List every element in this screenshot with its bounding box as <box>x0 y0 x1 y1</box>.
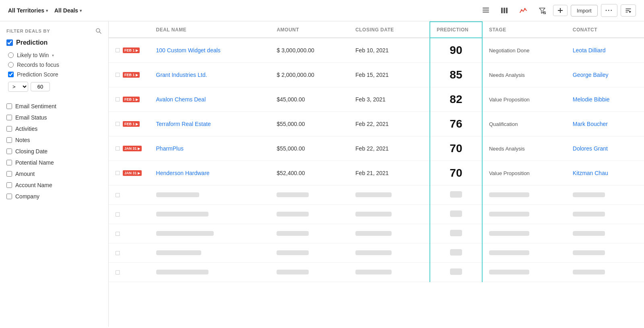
stage-cell: Value Proposition <box>482 161 566 186</box>
svg-line-8 <box>544 12 545 14</box>
amount-item[interactable]: Amount <box>6 168 102 179</box>
prediction-score-label: Prediction Score <box>17 71 58 78</box>
contact-cell: Kitzman Chau <box>566 161 644 186</box>
deal-name-cell: Terraform Real Estate <box>150 112 270 136</box>
skeleton-name <box>150 243 270 263</box>
contact-link[interactable]: Mark Boucher <box>573 121 608 127</box>
prediction-score-checkbox[interactable] <box>8 72 14 77</box>
skeleton-stage <box>482 263 566 282</box>
flag-badge: FEB 1 <box>123 47 140 53</box>
more-options-button[interactable]: ··· <box>601 4 617 17</box>
account-name-checkbox[interactable] <box>6 182 12 188</box>
deal-name-link[interactable]: PharmPlus <box>156 145 184 152</box>
skeleton-checkbox-icon: ☐ <box>115 211 120 218</box>
prediction-checkbox[interactable] <box>6 39 13 46</box>
likely-to-win-radio[interactable] <box>8 52 14 58</box>
company-item[interactable]: Company <box>6 191 102 202</box>
list-icon <box>482 7 489 14</box>
notes-checkbox[interactable] <box>6 137 12 143</box>
records-to-focus-item[interactable]: Records to focus <box>6 60 102 70</box>
th-checkbox <box>109 22 150 38</box>
skeleton-icon: ☐ <box>109 205 150 224</box>
row-icon-cell: ☐ FEB 1 <box>109 112 150 136</box>
row-checkbox-icon[interactable]: ☐ <box>115 121 120 127</box>
skeleton-amount <box>270 205 349 224</box>
skeleton-row: ☐ <box>109 186 644 205</box>
row-checkbox-icon[interactable]: ☐ <box>115 145 120 152</box>
contact-link[interactable]: Kitzman Chau <box>573 170 608 176</box>
th-deal-name: DEAL NAME <box>150 22 270 38</box>
chart-icon <box>519 7 527 14</box>
score-operator-select[interactable]: > >= < <= = <box>8 82 28 92</box>
table-body: ☐ FEB 1 100 Custom Widget deals $ 3,000,… <box>109 38 644 282</box>
company-checkbox[interactable] <box>6 194 12 199</box>
potential-name-item[interactable]: Potential Name <box>6 157 102 168</box>
deal-name-link[interactable]: 100 Custom Widget deals <box>156 47 221 54</box>
table-row: ☐ FEB 1 Terraform Real Estate $55,000.00… <box>109 112 644 136</box>
email-status-checkbox[interactable] <box>6 115 12 120</box>
row-checkbox-icon[interactable]: ☐ <box>115 96 120 103</box>
contact-link[interactable]: George Bailey <box>573 72 609 78</box>
skeleton-icon: ☐ <box>109 186 150 205</box>
table-row: ☐ FEB 1 Avalon Chems Deal $45,000.00 Feb… <box>109 87 644 112</box>
skeleton-date <box>349 263 430 282</box>
flag-badge: FEB 1 <box>123 72 140 78</box>
deal-name-link[interactable]: Henderson Hardware <box>156 170 210 176</box>
column-view-button[interactable] <box>497 4 512 17</box>
deal-name-link[interactable]: Terraform Real Estate <box>156 121 211 127</box>
email-sentiment-checkbox[interactable] <box>6 103 12 109</box>
deal-name-link[interactable]: Grant Industries Ltd. <box>156 72 207 78</box>
row-checkbox-icon[interactable]: ☐ <box>115 72 120 78</box>
table-row: ☐ JAN 31 PharmPlus $55,000.00 Feb 22, 20… <box>109 136 644 161</box>
amount-checkbox[interactable] <box>6 171 12 177</box>
th-closing-date: CLOSING DATE <box>349 22 430 38</box>
search-icon[interactable] <box>95 28 102 34</box>
territory-dropdown[interactable]: All Territories ▾ <box>8 7 48 14</box>
th-stage: STAGE <box>482 22 566 38</box>
list-view-button[interactable] <box>478 4 493 17</box>
activities-checkbox[interactable] <box>6 126 12 132</box>
deal-name-link[interactable]: Avalon Chems Deal <box>156 96 206 103</box>
row-checkbox-icon[interactable]: ☐ <box>115 170 120 176</box>
amount-cell: $ 3,000,000.00 <box>270 38 349 63</box>
likely-to-win-label: Likely to Win <box>17 52 49 58</box>
skeleton-checkbox-icon: ☐ <box>115 269 120 276</box>
skeleton-date <box>349 186 430 205</box>
contact-link[interactable]: Melodie Bibbie <box>573 96 610 103</box>
sort-button[interactable] <box>621 4 636 17</box>
email-status-item[interactable]: Email Status <box>6 112 102 123</box>
account-name-item[interactable]: Account Name <box>6 179 102 191</box>
chart-button[interactable] <box>515 4 531 17</box>
likely-to-win-item[interactable]: Likely to Win ▾ <box>6 50 102 60</box>
activities-item[interactable]: Activities <box>6 123 102 134</box>
flag-badge: FEB 1 <box>123 121 140 127</box>
prediction-score-item[interactable]: Prediction Score <box>6 70 102 79</box>
records-to-focus-radio[interactable] <box>8 62 14 68</box>
amount-cell: $45,000.00 <box>270 87 349 112</box>
skeleton-date <box>349 205 430 224</box>
skeleton-icon: ☐ <box>109 243 150 263</box>
svg-rect-4 <box>504 8 505 13</box>
score-value-input[interactable] <box>31 82 50 91</box>
skeleton-prediction <box>430 186 482 205</box>
contact-link[interactable]: Dolores Grant <box>573 145 608 152</box>
filter-button[interactable] <box>535 4 550 17</box>
row-checkbox-icon[interactable]: ☐ <box>115 47 120 54</box>
contact-link[interactable]: Leota Dilliard <box>573 47 606 54</box>
toolbar-right: Import ··· <box>478 4 636 17</box>
potential-name-checkbox[interactable] <box>6 160 12 165</box>
territory-label: All Territories <box>8 7 44 14</box>
row-icon-cell: ☐ JAN 31 <box>109 161 150 186</box>
email-sentiment-item[interactable]: Email Sentiment <box>6 101 102 112</box>
notes-item[interactable]: Notes <box>6 134 102 146</box>
deals-label: All Deals <box>54 7 78 14</box>
amount-cell: $ 2,000,000.00 <box>270 63 349 87</box>
add-button[interactable] <box>553 5 568 16</box>
deal-name-cell: Grant Industries Ltd. <box>150 63 270 87</box>
prediction-filter-label[interactable]: Prediction <box>6 39 102 46</box>
deals-dropdown[interactable]: All Deals ▾ <box>54 7 82 14</box>
contact-cell: George Bailey <box>566 63 644 87</box>
import-button[interactable]: Import <box>571 5 598 17</box>
closing-date-item[interactable]: Closing Date <box>6 146 102 157</box>
closing-date-checkbox[interactable] <box>6 149 12 154</box>
